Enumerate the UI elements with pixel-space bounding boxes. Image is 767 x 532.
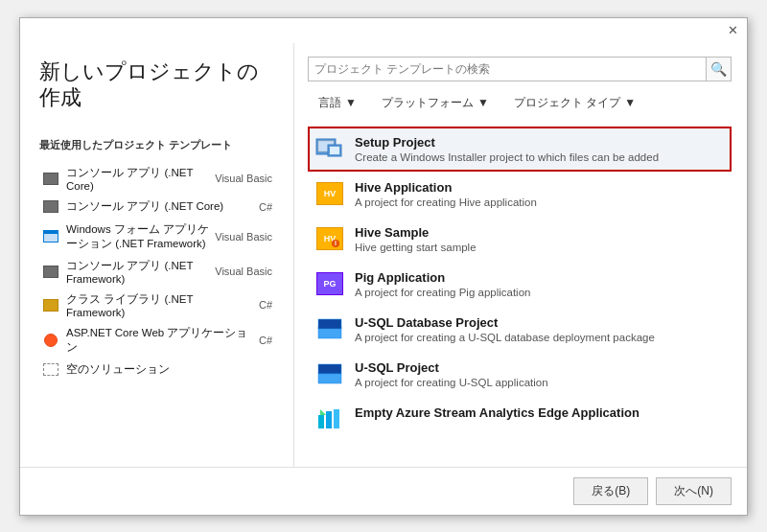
item-name: 空のソリューション (66, 362, 267, 377)
svg-rect-10 (326, 411, 332, 428)
library-icon (41, 297, 60, 312)
template-item-hive-sample[interactable]: HV i Hive Sample Hive getting start samp… (308, 217, 732, 262)
svg-rect-3 (330, 147, 339, 154)
list-item[interactable]: コンソール アプリ (.NET Core) C# (39, 196, 274, 219)
dialog-content: 新しいプロジェクトの作成 最近使用したプロジェクト テンプレート コンソール ア… (20, 43, 747, 467)
item-lang: Visual Basic (215, 173, 272, 184)
console-icon (41, 171, 60, 186)
svg-rect-6 (318, 319, 341, 329)
svg-rect-9 (318, 415, 324, 428)
template-name: Pig Application (355, 270, 530, 285)
item-name: クラス ライブラリ (.NET Framework) (66, 292, 253, 318)
platform-filter[interactable]: プラットフォーム ▼ (371, 91, 500, 115)
svg-rect-8 (318, 374, 341, 383)
new-project-dialog: ✕ 新しいプロジェクトの作成 最近使用したプロジェクト テンプレート コンソール… (19, 17, 748, 516)
next-button[interactable]: 次へ(N) (656, 477, 732, 505)
hive-sample-icon: HV i (314, 225, 345, 252)
template-name: Setup Project (355, 135, 659, 150)
template-item-usql[interactable]: U-SQL Project A project for creating U-S… (308, 352, 732, 397)
item-name: コンソール アプリ (.NET Framework) (66, 259, 209, 285)
search-icon[interactable]: 🔍 (707, 57, 732, 81)
list-item[interactable]: 空のソリューション (39, 359, 274, 382)
template-name: Hive Sample (355, 225, 476, 240)
item-lang: Visual Basic (215, 231, 272, 243)
template-item-usql-db[interactable]: U-SQL Database Project A project for cre… (308, 307, 732, 352)
footer: 戻る(B) 次へ(N) (20, 467, 747, 515)
right-panel: 🔍 言語 ▼ プラットフォーム ▼ プロジェクト タイプ ▼ (293, 43, 747, 467)
item-name: コンソール アプリ (.NET Core) (66, 199, 253, 214)
item-lang: C# (259, 299, 272, 311)
list-item[interactable]: コンソール アプリ (.NET Framework) Visual Basic (39, 255, 274, 289)
item-name: コンソール アプリ (.NET Core) (66, 166, 209, 192)
template-name: U-SQL Project (355, 360, 548, 375)
template-desc: A project for creating U-SQL application (355, 377, 548, 388)
item-lang: C# (259, 201, 272, 213)
svg-rect-7 (318, 364, 341, 374)
template-name: U-SQL Database Project (355, 315, 655, 330)
list-item[interactable]: ASP.NET Core Web アプリケーション C# (39, 322, 274, 359)
page-title: 新しいプロジェクトの作成 (39, 58, 274, 111)
template-item-hive-app[interactable]: HV Hive Application A project for creati… (308, 172, 732, 217)
template-item-setup[interactable]: Setup Project Create a Windows Installer… (308, 127, 732, 172)
template-item-pig[interactable]: PG Pig Application A project for creatin… (308, 262, 732, 307)
setup-project-icon (314, 135, 345, 162)
template-name: Hive Application (355, 180, 537, 195)
list-item[interactable]: Windows フォーム アプリケーション (.NET Framework) V… (39, 219, 274, 255)
template-desc: Hive getting start sample (355, 242, 476, 253)
usql-icon (314, 360, 345, 387)
left-panel: 新しいプロジェクトの作成 最近使用したプロジェクト テンプレート コンソール ア… (20, 43, 293, 467)
pig-app-icon: PG (314, 270, 345, 297)
winform-icon (41, 229, 60, 244)
template-desc: A project for creating Pig application (355, 287, 530, 298)
item-name: Windows フォーム アプリケーション (.NET Framework) (66, 222, 209, 251)
item-lang: C# (259, 335, 272, 346)
language-filter[interactable]: 言語 ▼ (308, 91, 367, 115)
project-type-filter[interactable]: プロジェクト タイプ ▼ (503, 91, 646, 115)
list-item[interactable]: コンソール アプリ (.NET Core) Visual Basic (39, 162, 274, 196)
azure-stream-icon (314, 405, 345, 432)
item-lang: Visual Basic (215, 266, 272, 277)
svg-marker-12 (320, 409, 326, 415)
template-name: Empty Azure Stream Analytics Edge Applic… (355, 405, 639, 420)
search-input[interactable] (308, 57, 707, 81)
item-name: ASP.NET Core Web アプリケーション (66, 326, 253, 355)
console-icon (41, 199, 60, 215)
list-item[interactable]: クラス ライブラリ (.NET Framework) C# (39, 289, 274, 322)
usql-db-icon (314, 315, 345, 342)
back-button[interactable]: 戻る(B) (573, 477, 648, 505)
hive-app-icon: HV (314, 180, 345, 207)
close-button[interactable]: ✕ (724, 22, 741, 39)
template-item-azure-stream[interactable]: Empty Azure Stream Analytics Edge Applic… (308, 397, 732, 441)
title-bar: ✕ (20, 18, 747, 43)
recent-label: 最近使用したプロジェクト テンプレート (39, 138, 274, 152)
asp-icon (41, 333, 60, 348)
template-list: Setup Project Create a Windows Installer… (308, 127, 732, 453)
template-desc: Create a Windows Installer project to wh… (355, 151, 659, 163)
svg-rect-11 (334, 409, 339, 428)
filter-row: 言語 ▼ プラットフォーム ▼ プロジェクト タイプ ▼ (308, 91, 732, 115)
empty-solution-icon (41, 362, 60, 378)
template-desc: A project for creating Hive application (355, 197, 537, 208)
search-row: 🔍 (308, 57, 732, 81)
console-icon (41, 264, 60, 279)
template-desc: A project for creating a U-SQL database … (355, 332, 655, 343)
